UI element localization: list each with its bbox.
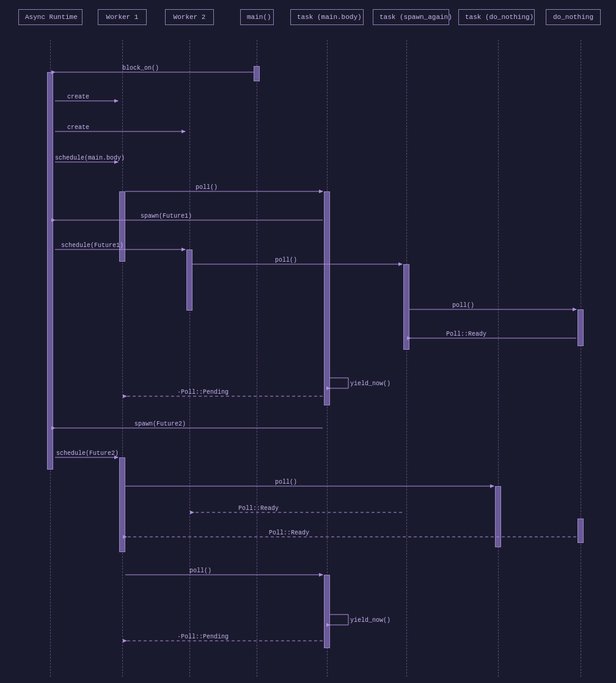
- sequence-diagram: Async Runtime Worker 1 Worker 2 main() t…: [0, 0, 616, 683]
- svg-text:yield_now(): yield_now(): [350, 380, 391, 387]
- svg-text:poll(): poll(): [452, 302, 474, 309]
- actor-do-nothing: do_nothing: [546, 9, 601, 25]
- svg-text:yield_now(): yield_now(): [350, 617, 391, 624]
- svg-text:Poll::Ready: Poll::Ready: [446, 331, 486, 338]
- actor-worker1: Worker 1: [98, 9, 147, 25]
- svg-text:poll(): poll(): [275, 257, 297, 264]
- actor-worker2: Worker 2: [165, 9, 214, 25]
- svg-text:Poll::Ready: Poll::Ready: [238, 505, 279, 512]
- arrows-svg: block_on() create create schedule(main.b…: [0, 0, 616, 683]
- svg-text:spawn(Future1): spawn(Future1): [141, 213, 192, 220]
- svg-text:schedule(main.body): schedule(main.body): [55, 155, 125, 161]
- actor-task-main-body: task (main.body): [290, 9, 364, 25]
- svg-text:spawn(Future2): spawn(Future2): [134, 421, 186, 427]
- svg-text:·Poll::Pending: ·Poll::Pending: [177, 633, 229, 640]
- svg-text:Poll::Ready: Poll::Ready: [269, 530, 309, 536]
- actor-async-runtime: Async Runtime: [18, 9, 82, 25]
- actor-task-do-nothing: task (do_nothing): [458, 9, 535, 25]
- svg-text:create: create: [67, 124, 89, 131]
- svg-text:schedule(Future1): schedule(Future1): [61, 242, 123, 249]
- svg-text:create: create: [67, 94, 89, 100]
- svg-text:poll(): poll(): [275, 479, 297, 485]
- svg-text:poll(): poll(): [189, 567, 211, 574]
- actor-task-spawn-again: task (spawn_again): [373, 9, 449, 25]
- svg-text:poll(): poll(): [196, 184, 218, 191]
- svg-text:block_on(): block_on(): [122, 65, 159, 72]
- actor-main: main(): [240, 9, 274, 25]
- svg-text:schedule(Future2): schedule(Future2): [56, 450, 119, 457]
- svg-text:·Poll::Pending: ·Poll::Pending: [177, 389, 229, 396]
